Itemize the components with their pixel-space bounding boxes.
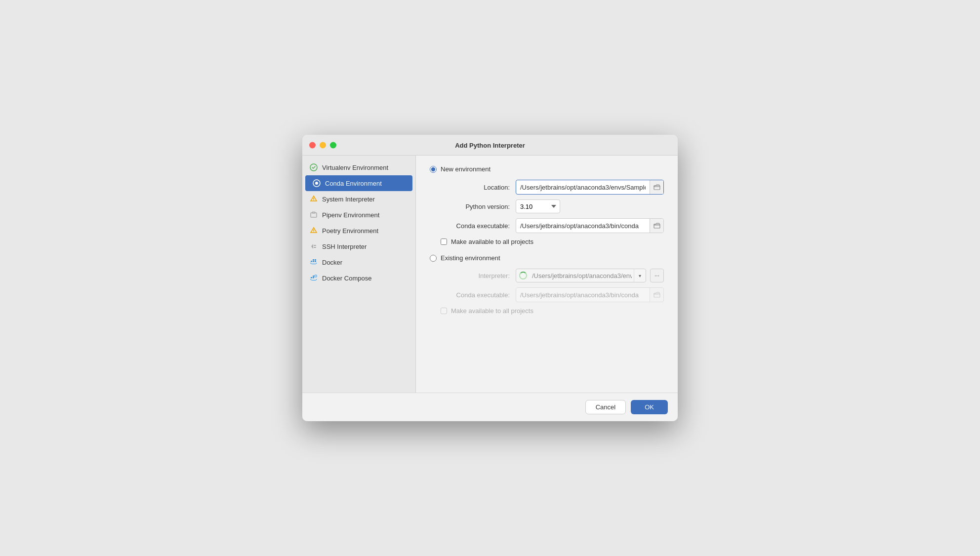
existing-env-make-available-label[interactable]: Make available to all projects bbox=[451, 307, 533, 315]
sidebar-item-conda[interactable]: Conda Environment bbox=[305, 175, 412, 191]
poetry-icon bbox=[309, 226, 318, 235]
pipenv-icon bbox=[309, 210, 318, 219]
system-icon bbox=[309, 195, 318, 203]
sidebar: Virtualenv Environment Conda Environment bbox=[302, 156, 416, 393]
new-environment-section: New environment Location: bbox=[430, 165, 664, 245]
svg-point-2 bbox=[315, 182, 318, 185]
svg-rect-18 bbox=[315, 259, 316, 261]
dialog-body: Virtualenv Environment Conda Environment bbox=[302, 156, 678, 393]
existing-conda-exec-wrapper bbox=[516, 287, 664, 302]
interpreter-select-wrapper: ▾ bbox=[516, 269, 646, 282]
interpreter-label: Interpreter: bbox=[441, 272, 510, 279]
existing-env-make-available-checkbox[interactable] bbox=[441, 308, 447, 314]
docker-icon bbox=[309, 258, 318, 267]
sidebar-docker-label: Docker bbox=[322, 259, 342, 266]
location-input[interactable] bbox=[516, 181, 650, 194]
svg-rect-24 bbox=[654, 224, 660, 228]
interpreter-input-row: ▾ ··· bbox=[516, 269, 664, 282]
existing-environment-section: Existing environment Interpreter: ▾ ··· bbox=[430, 254, 664, 315]
existing-env-radio-row: Existing environment bbox=[430, 254, 664, 262]
dialog-title: Add Python Interpreter bbox=[455, 142, 525, 149]
existing-conda-exec-browse-button[interactable] bbox=[650, 288, 663, 302]
sidebar-conda-label: Conda Environment bbox=[325, 180, 382, 187]
sidebar-poetry-label: Poetry Environment bbox=[322, 227, 378, 235]
svg-rect-19 bbox=[311, 277, 312, 278]
titlebar: Add Python Interpreter bbox=[302, 135, 678, 156]
new-env-make-available-label[interactable]: Make available to all projects bbox=[451, 238, 533, 245]
python-version-input-row: 3.10 3.11 3.9 3.8 bbox=[516, 199, 664, 213]
svg-rect-14 bbox=[311, 261, 312, 262]
interpreter-loading-spinner bbox=[519, 272, 527, 279]
existing-env-form: Interpreter: ▾ ··· Conda executable: bbox=[441, 269, 664, 302]
sidebar-item-docker[interactable]: Docker bbox=[302, 254, 415, 270]
ssh-icon bbox=[309, 242, 318, 251]
sidebar-pipenv-label: Pipenv Environment bbox=[322, 211, 379, 219]
location-input-wrapper bbox=[516, 180, 664, 195]
existing-env-make-available-row: Make available to all projects bbox=[441, 307, 664, 315]
svg-rect-12 bbox=[314, 245, 316, 246]
existing-environment-radio[interactable] bbox=[430, 255, 437, 262]
ok-button[interactable]: OK bbox=[631, 400, 668, 414]
svg-marker-11 bbox=[311, 244, 313, 249]
virtualenv-icon bbox=[309, 163, 318, 172]
conda-exec-wrapper bbox=[516, 218, 664, 233]
svg-rect-23 bbox=[654, 186, 660, 190]
sidebar-docker-compose-label: Docker Compose bbox=[322, 275, 371, 282]
new-env-make-available-checkbox[interactable] bbox=[441, 238, 447, 245]
interpreter-more-button[interactable]: ··· bbox=[650, 269, 664, 282]
sidebar-item-docker-compose[interactable]: Docker Compose bbox=[302, 270, 415, 286]
sidebar-system-label: System Interpreter bbox=[322, 196, 375, 203]
docker-compose-icon bbox=[309, 274, 318, 282]
svg-rect-17 bbox=[313, 259, 314, 261]
svg-rect-21 bbox=[313, 276, 314, 277]
conda-icon bbox=[312, 179, 321, 188]
sidebar-virtualenv-label: Virtualenv Environment bbox=[322, 164, 388, 171]
svg-rect-16 bbox=[315, 261, 316, 262]
conda-exec-input[interactable] bbox=[516, 219, 650, 232]
new-env-make-available-row: Make available to all projects bbox=[441, 238, 664, 245]
sidebar-item-ssh[interactable]: SSH Interpreter bbox=[302, 238, 415, 254]
close-button[interactable] bbox=[309, 142, 316, 148]
existing-conda-exec-input[interactable] bbox=[516, 288, 650, 301]
new-env-radio-row: New environment bbox=[430, 165, 664, 173]
location-input-row bbox=[516, 180, 664, 195]
window-controls bbox=[309, 142, 336, 148]
sidebar-item-system[interactable]: System Interpreter bbox=[302, 191, 415, 207]
interpreter-input[interactable] bbox=[530, 269, 634, 282]
add-python-interpreter-dialog: Add Python Interpreter Virtualenv Enviro… bbox=[302, 135, 678, 421]
svg-rect-15 bbox=[313, 261, 314, 262]
existing-environment-label[interactable]: Existing environment bbox=[441, 254, 500, 262]
svg-rect-13 bbox=[314, 247, 316, 248]
svg-rect-25 bbox=[654, 293, 660, 297]
new-environment-radio[interactable] bbox=[430, 166, 437, 173]
main-content: New environment Location: bbox=[416, 156, 678, 393]
svg-point-5 bbox=[313, 200, 314, 201]
sidebar-item-pipenv[interactable]: Pipenv Environment bbox=[302, 207, 415, 223]
minimize-button[interactable] bbox=[320, 142, 326, 148]
new-environment-label[interactable]: New environment bbox=[441, 165, 490, 173]
location-browse-button[interactable] bbox=[650, 180, 663, 194]
maximize-button[interactable] bbox=[330, 142, 336, 148]
conda-exec-input-row bbox=[516, 218, 664, 233]
location-label: Location: bbox=[441, 184, 510, 191]
existing-conda-exec-input-row bbox=[516, 287, 664, 302]
existing-conda-exec-label: Conda executable: bbox=[441, 291, 510, 299]
python-version-select[interactable]: 3.10 3.11 3.9 3.8 bbox=[516, 199, 560, 213]
cancel-button[interactable]: Cancel bbox=[585, 400, 626, 414]
sidebar-item-poetry[interactable]: Poetry Environment bbox=[302, 223, 415, 238]
svg-rect-22 bbox=[315, 275, 317, 277]
conda-exec-browse-button[interactable] bbox=[650, 219, 663, 233]
sidebar-item-virtualenv[interactable]: Virtualenv Environment bbox=[302, 159, 415, 175]
python-version-label: Python version: bbox=[441, 203, 510, 210]
new-env-form: Location: bbox=[441, 180, 664, 233]
sidebar-ssh-label: SSH Interpreter bbox=[322, 243, 367, 250]
dialog-footer: Cancel OK bbox=[302, 393, 678, 421]
interpreter-dropdown-arrow: ▾ bbox=[634, 269, 646, 282]
svg-point-10 bbox=[313, 232, 314, 233]
svg-rect-20 bbox=[313, 277, 314, 278]
conda-exec-label: Conda executable: bbox=[441, 222, 510, 230]
